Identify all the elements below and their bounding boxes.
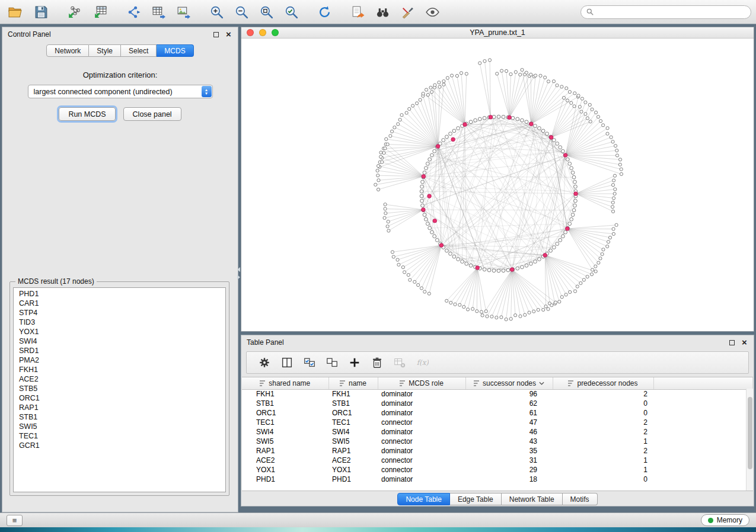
save-session-icon[interactable]: [31, 3, 51, 21]
column-header-name[interactable]: name: [328, 377, 378, 389]
table-scrollbar[interactable]: [746, 389, 753, 491]
cell-shared_name[interactable]: FKH1: [242, 389, 328, 399]
close-panel-icon[interactable]: ×: [225, 31, 232, 39]
cell-predecessors[interactable]: 2: [553, 427, 653, 437]
cell-name[interactable]: RAP1: [328, 446, 378, 456]
cell-successors[interactable]: 46: [465, 427, 553, 437]
close-window-icon[interactable]: [247, 29, 254, 36]
mcds-result-item[interactable]: RAP1: [14, 403, 225, 412]
cell-predecessors[interactable]: 1: [553, 437, 653, 446]
new-network-icon[interactable]: [123, 3, 143, 21]
graphics-details-icon[interactable]: [397, 3, 417, 21]
cell-successors[interactable]: 29: [465, 465, 553, 475]
cell-name[interactable]: YOX1: [328, 465, 378, 475]
cell-predecessors[interactable]: 0: [553, 408, 653, 418]
status-menu-button[interactable]: ≡: [7, 515, 23, 526]
cell-name[interactable]: ORC1: [328, 408, 378, 418]
cell-shared_name[interactable]: SWI4: [242, 427, 328, 437]
cell-predecessors[interactable]: 2: [553, 446, 653, 456]
column-header-MCDS-role[interactable]: MCDS role: [378, 377, 465, 389]
close-panel-button[interactable]: Close panel: [123, 107, 181, 121]
mcds-result-list[interactable]: PHD1CAR1STP4TID3YOX1SWI4SRD1PMA2FKH1ACE2…: [13, 287, 226, 492]
select-all-icon[interactable]: [301, 354, 318, 371]
mcds-result-item[interactable]: ORC1: [14, 393, 225, 403]
table-row[interactable]: STB1STB1dominator620: [242, 399, 753, 408]
cell-name[interactable]: TEC1: [328, 418, 378, 427]
zoom-selected-icon[interactable]: [281, 3, 301, 21]
cell-role[interactable]: connector: [378, 418, 465, 427]
cell-name[interactable]: STB1: [328, 399, 378, 408]
mcds-result-item[interactable]: SWI5: [14, 422, 225, 431]
cell-shared_name[interactable]: TEC1: [242, 418, 328, 427]
float-table-panel-icon[interactable]: [728, 339, 736, 347]
mcds-result-item[interactable]: GCR1: [14, 441, 225, 450]
cell-successors[interactable]: 43: [465, 437, 553, 446]
cell-name[interactable]: SWI4: [328, 427, 378, 437]
splitter-collapse-handle[interactable]: [236, 264, 241, 282]
deselect-all-icon[interactable]: [324, 354, 340, 371]
cell-successors[interactable]: 35: [465, 446, 553, 456]
cell-role[interactable]: dominator: [378, 427, 465, 437]
scrollbar-thumb[interactable]: [748, 397, 752, 469]
mcds-result-item[interactable]: STB1: [14, 412, 225, 422]
zoom-in-icon[interactable]: [206, 3, 227, 21]
cell-shared_name[interactable]: YOX1: [242, 465, 328, 475]
cell-shared_name[interactable]: SWI5: [242, 437, 328, 446]
minimize-window-icon[interactable]: [259, 29, 266, 36]
table-row[interactable]: SWI5SWI5connector431: [242, 437, 753, 446]
table-row[interactable]: ACE2ACE2connector311: [242, 456, 753, 465]
network-window-titlebar[interactable]: YPA_prune.txt_1: [241, 27, 754, 39]
cell-predecessors[interactable]: 2: [553, 389, 653, 399]
tab-style[interactable]: Style: [89, 44, 121, 57]
table-row[interactable]: PHD1PHD1dominator180: [242, 475, 753, 484]
mcds-result-item[interactable]: CAR1: [14, 299, 225, 308]
add-column-icon[interactable]: [346, 354, 363, 371]
zoom-out-icon[interactable]: [231, 3, 251, 21]
table-row[interactable]: SWI4SWI4dominator462: [242, 427, 753, 437]
cell-successors[interactable]: 18: [465, 475, 553, 484]
cell-successors[interactable]: 47: [465, 418, 553, 427]
delete-column-icon[interactable]: [369, 354, 385, 371]
table-row[interactable]: ORC1ORC1dominator610: [242, 408, 753, 418]
cell-role[interactable]: dominator: [378, 408, 465, 418]
mcds-result-item[interactable]: SRD1: [14, 346, 225, 355]
mcds-result-item[interactable]: SWI4: [14, 336, 225, 346]
cell-name[interactable]: FKH1: [328, 389, 378, 399]
cell-shared_name[interactable]: ACE2: [242, 456, 328, 465]
cell-successors[interactable]: 61: [465, 408, 553, 418]
cell-predecessors[interactable]: 2: [553, 418, 653, 427]
tab-edge-table[interactable]: Edge Table: [450, 493, 502, 505]
table-row[interactable]: FKH1FKH1dominator962: [242, 389, 753, 399]
mcds-result-item[interactable]: STB5: [14, 384, 225, 393]
cell-predecessors[interactable]: 0: [553, 475, 653, 484]
export-document-icon[interactable]: [347, 3, 368, 21]
mcds-result-item[interactable]: PMA2: [14, 355, 225, 365]
tab-mcds[interactable]: MCDS: [157, 44, 193, 57]
cell-role[interactable]: connector: [378, 437, 465, 446]
tab-motifs[interactable]: Motifs: [563, 493, 598, 505]
tab-select[interactable]: Select: [121, 44, 157, 57]
float-panel-icon[interactable]: [212, 31, 220, 39]
mcds-result-item[interactable]: ACE2: [14, 374, 225, 384]
network-canvas[interactable]: [241, 39, 754, 331]
cell-successors[interactable]: 31: [465, 456, 553, 465]
mcds-result-item[interactable]: YOX1: [14, 327, 225, 336]
mcds-result-item[interactable]: PHD1: [14, 289, 225, 299]
cell-shared_name[interactable]: RAP1: [242, 446, 328, 456]
cell-predecessors[interactable]: 1: [553, 465, 653, 475]
zoom-fit-icon[interactable]: [256, 3, 276, 21]
run-mcds-button[interactable]: Run MCDS: [59, 107, 115, 121]
search-box[interactable]: [580, 5, 751, 19]
search-network-icon[interactable]: [372, 3, 393, 21]
tab-node-table[interactable]: Node Table: [397, 493, 450, 505]
mcds-result-item[interactable]: TID3: [14, 318, 225, 327]
cell-role[interactable]: dominator: [378, 389, 465, 399]
cell-shared_name[interactable]: ORC1: [242, 408, 328, 418]
mcds-result-item[interactable]: STP4: [14, 308, 225, 318]
show-columns-icon[interactable]: [279, 354, 295, 371]
cell-role[interactable]: dominator: [378, 475, 465, 484]
cell-predecessors[interactable]: 1: [553, 456, 653, 465]
mcds-result-item[interactable]: FKH1: [14, 365, 225, 374]
import-network-icon[interactable]: [64, 3, 84, 21]
criterion-select[interactable]: largest connected component (undirected)…: [28, 85, 213, 98]
